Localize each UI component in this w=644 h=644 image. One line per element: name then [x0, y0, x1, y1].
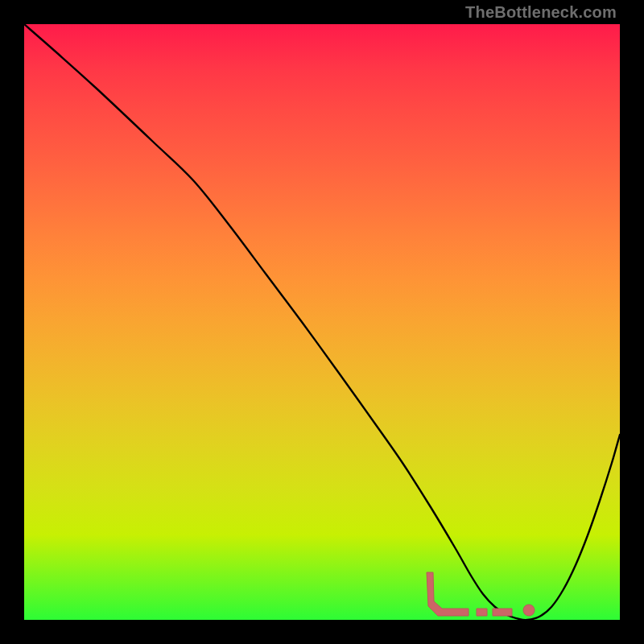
plot-area [24, 24, 620, 620]
gradient-background [24, 24, 620, 620]
watermark-text: TheBottleneck.com [465, 3, 617, 22]
chart-frame: TheBottleneck.com [0, 0, 644, 644]
